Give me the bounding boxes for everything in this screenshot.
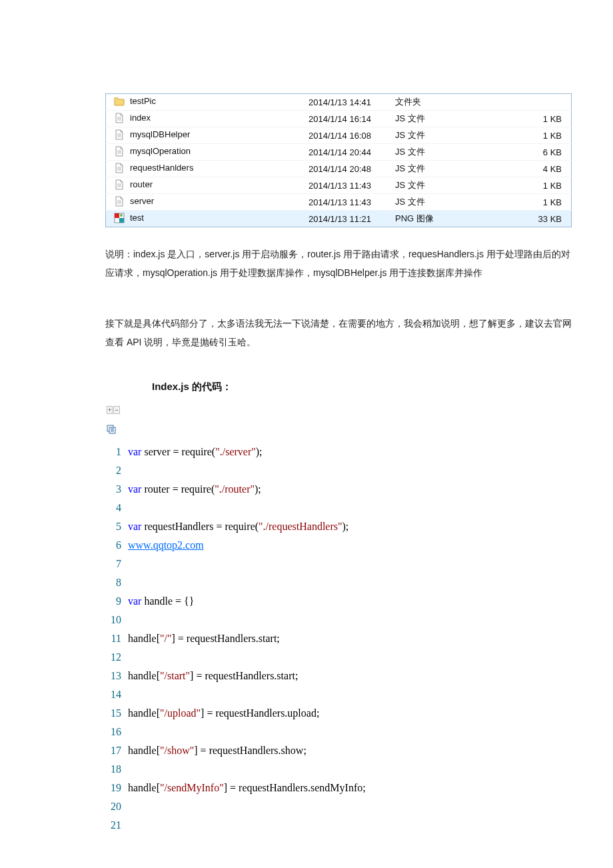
code-section-title: Index.js 的代码： <box>105 381 572 393</box>
file-date: 2014/1/13 14:41 <box>306 94 392 111</box>
code-line: 18 <box>105 760 572 779</box>
line-number: 13 <box>105 667 128 685</box>
code-line: 8 <box>105 573 572 592</box>
file-size: 6 KB <box>459 144 572 161</box>
file-date: 2014/1/14 16:08 <box>306 127 392 144</box>
file-date: 2014/1/14 20:48 <box>306 161 392 177</box>
line-number: 8 <box>105 573 128 592</box>
file-size: 1 KB <box>459 127 572 144</box>
code-content: var requestHandlers = require("./request… <box>128 517 348 536</box>
code-content: handle["/start"] = requestHandlers.start… <box>128 667 298 685</box>
expand-icon[interactable]: + <box>107 406 113 414</box>
file-type: JS 文件 <box>392 111 459 127</box>
code-line: 3var router = require("./router"); <box>105 480 572 499</box>
file-type: PNG 图像 <box>392 211 459 227</box>
code-line: 6www.qqtop2.com <box>105 536 572 555</box>
file-date: 2014/1/13 11:43 <box>306 177 392 194</box>
line-number: 21 <box>105 816 128 835</box>
svg-point-21 <box>120 214 123 217</box>
file-size: 1 KB <box>459 177 572 194</box>
line-number: 10 <box>105 611 128 629</box>
svg-rect-20 <box>119 218 124 223</box>
folder-icon <box>114 96 125 107</box>
code-line: 11handle["/"] = requestHandlers.start; <box>105 629 572 648</box>
line-number: 17 <box>105 741 128 760</box>
code-line: 13handle["/start"] = requestHandlers.sta… <box>105 667 572 685</box>
svg-rect-19 <box>115 213 119 218</box>
file-row[interactable]: test2014/1/13 11:21PNG 图像33 KB <box>106 211 572 227</box>
code-line: 7 <box>105 555 572 573</box>
code-content: handle["/show"] = requestHandlers.show; <box>128 741 306 760</box>
file-row[interactable]: mysqlDBHelper2014/1/14 16:08JS 文件1 KB <box>106 127 572 144</box>
file-date: 2014/1/13 11:43 <box>306 194 392 211</box>
line-number: 5 <box>105 517 128 536</box>
code-content: var handle = {} <box>128 592 194 611</box>
file-name: router <box>130 179 153 189</box>
code-line: 1var server = require("./server"); <box>105 443 572 461</box>
code-content: var server = require("./server"); <box>128 443 263 461</box>
line-number: 20 <box>105 797 128 816</box>
code-line: 12 <box>105 648 572 667</box>
code-line: 4 <box>105 499 572 517</box>
code-content: handle["/sendMyInfo"] = requestHandlers.… <box>128 779 366 797</box>
code-content: var router = require("./router"); <box>128 480 261 499</box>
file-type: 文件夹 <box>392 94 459 111</box>
code-line: 9var handle = {} <box>105 592 572 611</box>
file-row[interactable]: testPic2014/1/13 14:41文件夹 <box>106 94 572 111</box>
file-type: JS 文件 <box>392 144 459 161</box>
file-date: 2014/1/14 16:14 <box>306 111 392 127</box>
file-size: 1 KB <box>459 111 572 127</box>
description-paragraph-1: 说明：index.js 是入口，server.js 用于启动服务，router.… <box>105 245 572 282</box>
code-line: 14 <box>105 685 572 704</box>
line-number: 2 <box>105 461 128 480</box>
line-number: 6 <box>105 536 128 555</box>
line-number: 11 <box>105 629 128 648</box>
file-row[interactable]: router2014/1/13 11:43JS 文件1 KB <box>106 177 572 194</box>
copy-icon[interactable] <box>107 421 572 440</box>
file-date: 2014/1/14 20:44 <box>306 144 392 161</box>
file-row[interactable]: server2014/1/13 11:43JS 文件1 KB <box>106 194 572 211</box>
file-row[interactable]: index2014/1/14 16:14JS 文件1 KB <box>106 111 572 127</box>
external-link[interactable]: www.qqtop2.com <box>128 539 204 551</box>
code-line: 10 <box>105 611 572 629</box>
document-page: testPic2014/1/13 14:41文件夹index2014/1/14 … <box>105 93 572 835</box>
file-name: server <box>130 196 154 206</box>
code-line: 16 <box>105 723 572 741</box>
file-row[interactable]: requestHanlders2014/1/14 20:48JS 文件4 KB <box>106 161 572 177</box>
line-number: 1 <box>105 443 128 461</box>
file-row[interactable]: mysqlOperation2014/1/14 20:44JS 文件6 KB <box>106 144 572 161</box>
file-list-table: testPic2014/1/13 14:41文件夹index2014/1/14 … <box>105 93 572 227</box>
file-icon <box>114 163 125 173</box>
code-content: handle["/"] = requestHandlers.start; <box>128 629 280 648</box>
file-name: mysqlDBHelper <box>130 129 190 139</box>
line-number: 9 <box>105 592 128 611</box>
file-size <box>459 94 572 111</box>
png-icon <box>114 213 125 223</box>
code-line: 5var requestHandlers = require("./reques… <box>105 517 572 536</box>
file-name: test <box>130 213 144 223</box>
file-size: 4 KB <box>459 161 572 177</box>
file-type: JS 文件 <box>392 161 459 177</box>
file-icon <box>114 179 125 190</box>
code-line: 2 <box>105 461 572 480</box>
line-number: 15 <box>105 704 128 723</box>
line-number: 7 <box>105 555 128 573</box>
file-icon <box>114 196 125 207</box>
line-number: 3 <box>105 480 128 499</box>
code-content: www.qqtop2.com <box>128 536 204 555</box>
file-name: requestHanlders <box>130 163 193 173</box>
collapse-icon[interactable]: − <box>113 406 119 414</box>
line-number: 12 <box>105 648 128 667</box>
code-line: 21 <box>105 816 572 835</box>
file-icon <box>114 113 125 123</box>
file-size: 1 KB <box>459 194 572 211</box>
line-number: 4 <box>105 499 128 517</box>
file-type: JS 文件 <box>392 194 459 211</box>
line-number: 19 <box>105 779 128 797</box>
file-date: 2014/1/13 11:21 <box>306 211 392 227</box>
file-name: mysqlOperation <box>130 146 191 156</box>
file-name: testPic <box>130 96 156 106</box>
code-line: 15handle["/upload"] = requestHandlers.up… <box>105 704 572 723</box>
code-content: handle["/upload"] = requestHandlers.uplo… <box>128 704 319 723</box>
file-type: JS 文件 <box>392 177 459 194</box>
